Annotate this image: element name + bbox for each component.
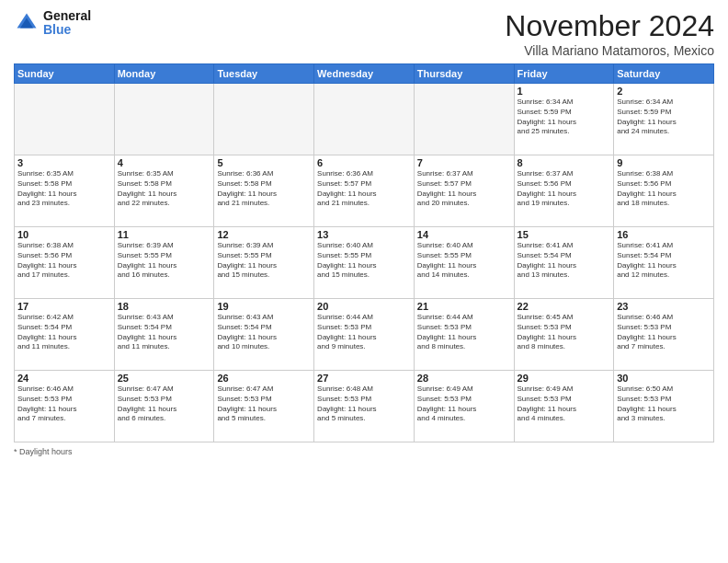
day-number: 25: [118, 373, 211, 384]
table-row: 7Sunrise: 6:37 AM Sunset: 5:57 PM Daylig…: [414, 155, 514, 227]
day-number: 6: [317, 157, 411, 168]
day-number: 4: [118, 157, 211, 168]
day-info: Sunrise: 6:49 AM Sunset: 5:53 PM Dayligh…: [518, 385, 611, 424]
day-info: Sunrise: 6:46 AM Sunset: 5:53 PM Dayligh…: [617, 313, 711, 352]
day-number: 9: [617, 157, 711, 168]
calendar-header-row: Sunday Monday Tuesday Wednesday Thursday…: [15, 64, 714, 84]
table-row: 1Sunrise: 6:34 AM Sunset: 5:59 PM Daylig…: [514, 84, 614, 155]
day-number: 21: [417, 301, 511, 312]
table-row: 11Sunrise: 6:39 AM Sunset: 5:55 PM Dayli…: [114, 227, 214, 299]
day-info: Sunrise: 6:43 AM Sunset: 5:54 PM Dayligh…: [118, 313, 211, 352]
day-number: 2: [617, 86, 711, 97]
calendar-row: 10Sunrise: 6:38 AM Sunset: 5:56 PM Dayli…: [15, 227, 714, 299]
day-info: Sunrise: 6:35 AM Sunset: 5:58 PM Dayligh…: [118, 169, 211, 209]
day-info: Sunrise: 6:35 AM Sunset: 5:58 PM Dayligh…: [17, 169, 111, 209]
day-info: Sunrise: 6:38 AM Sunset: 5:56 PM Dayligh…: [617, 169, 711, 209]
table-row: [314, 84, 415, 155]
day-info: Sunrise: 6:42 AM Sunset: 5:54 PM Dayligh…: [17, 313, 111, 352]
day-number: 11: [118, 229, 211, 240]
day-info: Sunrise: 6:38 AM Sunset: 5:56 PM Dayligh…: [17, 241, 111, 281]
day-number: 18: [118, 301, 211, 312]
day-number: 19: [217, 301, 311, 312]
title-block: November 2024 Villa Mariano Matamoros, M…: [505, 9, 714, 58]
day-info: Sunrise: 6:34 AM Sunset: 5:59 PM Dayligh…: [518, 98, 611, 137]
day-number: 28: [417, 373, 511, 384]
day-info: Sunrise: 6:48 AM Sunset: 5:53 PM Dayligh…: [317, 385, 411, 424]
page: General Blue November 2024 Villa Mariano…: [0, 0, 728, 563]
day-info: Sunrise: 6:39 AM Sunset: 5:55 PM Dayligh…: [217, 241, 311, 281]
logo: General Blue: [14, 9, 91, 38]
table-row: 8Sunrise: 6:37 AM Sunset: 5:56 PM Daylig…: [514, 155, 614, 227]
day-info: Sunrise: 6:40 AM Sunset: 5:55 PM Dayligh…: [417, 241, 511, 281]
table-row: 29Sunrise: 6:49 AM Sunset: 5:53 PM Dayli…: [514, 371, 614, 442]
day-number: 29: [518, 373, 611, 384]
day-info: Sunrise: 6:41 AM Sunset: 5:54 PM Dayligh…: [617, 241, 711, 281]
day-info: Sunrise: 6:45 AM Sunset: 5:53 PM Dayligh…: [518, 313, 611, 352]
day-number: 7: [417, 157, 511, 168]
col-monday: Monday: [114, 64, 214, 84]
table-row: 16Sunrise: 6:41 AM Sunset: 5:54 PM Dayli…: [614, 227, 714, 299]
day-number: 17: [17, 301, 111, 312]
table-row: 27Sunrise: 6:48 AM Sunset: 5:53 PM Dayli…: [314, 371, 415, 442]
col-thursday: Thursday: [414, 64, 514, 84]
table-row: [114, 84, 214, 155]
calendar-table: Sunday Monday Tuesday Wednesday Thursday…: [14, 63, 714, 442]
day-number: 10: [17, 229, 111, 240]
table-row: 19Sunrise: 6:43 AM Sunset: 5:54 PM Dayli…: [214, 299, 314, 371]
day-number: 27: [317, 373, 411, 384]
col-wednesday: Wednesday: [314, 64, 415, 84]
footer: * Daylight hours: [14, 447, 714, 456]
day-info: Sunrise: 6:43 AM Sunset: 5:54 PM Dayligh…: [217, 313, 311, 352]
day-number: 24: [17, 373, 111, 384]
col-sunday: Sunday: [15, 64, 115, 84]
table-row: [414, 84, 514, 155]
table-row: [15, 84, 115, 155]
day-info: Sunrise: 6:36 AM Sunset: 5:58 PM Dayligh…: [217, 169, 311, 209]
day-info: Sunrise: 6:47 AM Sunset: 5:53 PM Dayligh…: [217, 385, 311, 424]
day-number: 20: [317, 301, 411, 312]
day-info: Sunrise: 6:37 AM Sunset: 5:57 PM Dayligh…: [417, 169, 511, 209]
day-number: 14: [417, 229, 511, 240]
table-row: 4Sunrise: 6:35 AM Sunset: 5:58 PM Daylig…: [114, 155, 214, 227]
table-row: 15Sunrise: 6:41 AM Sunset: 5:54 PM Dayli…: [514, 227, 614, 299]
calendar-row: 17Sunrise: 6:42 AM Sunset: 5:54 PM Dayli…: [15, 299, 714, 371]
col-friday: Friday: [514, 64, 614, 84]
footer-label: Daylight hours: [19, 447, 73, 456]
month-title: November 2024: [505, 9, 714, 43]
day-number: 3: [17, 157, 111, 168]
table-row: 24Sunrise: 6:46 AM Sunset: 5:53 PM Dayli…: [15, 371, 115, 442]
table-row: 18Sunrise: 6:43 AM Sunset: 5:54 PM Dayli…: [114, 299, 214, 371]
day-number: 30: [617, 373, 711, 384]
table-row: 23Sunrise: 6:46 AM Sunset: 5:53 PM Dayli…: [614, 299, 714, 371]
table-row: 28Sunrise: 6:49 AM Sunset: 5:53 PM Dayli…: [414, 371, 514, 442]
table-row: 21Sunrise: 6:44 AM Sunset: 5:53 PM Dayli…: [414, 299, 514, 371]
day-info: Sunrise: 6:47 AM Sunset: 5:53 PM Dayligh…: [118, 385, 211, 424]
table-row: 25Sunrise: 6:47 AM Sunset: 5:53 PM Dayli…: [114, 371, 214, 442]
day-info: Sunrise: 6:49 AM Sunset: 5:53 PM Dayligh…: [417, 385, 511, 424]
table-row: 17Sunrise: 6:42 AM Sunset: 5:54 PM Dayli…: [15, 299, 115, 371]
day-info: Sunrise: 6:50 AM Sunset: 5:53 PM Dayligh…: [617, 385, 711, 424]
table-row: 6Sunrise: 6:36 AM Sunset: 5:57 PM Daylig…: [314, 155, 415, 227]
table-row: 13Sunrise: 6:40 AM Sunset: 5:55 PM Dayli…: [314, 227, 415, 299]
table-row: 22Sunrise: 6:45 AM Sunset: 5:53 PM Dayli…: [514, 299, 614, 371]
table-row: 30Sunrise: 6:50 AM Sunset: 5:53 PM Dayli…: [614, 371, 714, 442]
day-info: Sunrise: 6:46 AM Sunset: 5:53 PM Dayligh…: [17, 385, 111, 424]
table-row: 9Sunrise: 6:38 AM Sunset: 5:56 PM Daylig…: [614, 155, 714, 227]
day-number: 12: [217, 229, 311, 240]
day-number: 16: [617, 229, 711, 240]
table-row: 26Sunrise: 6:47 AM Sunset: 5:53 PM Dayli…: [214, 371, 314, 442]
day-info: Sunrise: 6:41 AM Sunset: 5:54 PM Dayligh…: [518, 241, 611, 281]
table-row: 20Sunrise: 6:44 AM Sunset: 5:53 PM Dayli…: [314, 299, 415, 371]
logo-text: General Blue: [43, 9, 91, 38]
table-row: 3Sunrise: 6:35 AM Sunset: 5:58 PM Daylig…: [15, 155, 115, 227]
table-row: 10Sunrise: 6:38 AM Sunset: 5:56 PM Dayli…: [15, 227, 115, 299]
calendar-row: 24Sunrise: 6:46 AM Sunset: 5:53 PM Dayli…: [15, 371, 714, 442]
day-number: 15: [518, 229, 611, 240]
table-row: [214, 84, 314, 155]
table-row: 12Sunrise: 6:39 AM Sunset: 5:55 PM Dayli…: [214, 227, 314, 299]
calendar-body: 1Sunrise: 6:34 AM Sunset: 5:59 PM Daylig…: [15, 84, 714, 442]
day-info: Sunrise: 6:39 AM Sunset: 5:55 PM Dayligh…: [118, 241, 211, 281]
col-tuesday: Tuesday: [214, 64, 314, 84]
day-number: 23: [617, 301, 711, 312]
calendar-row: 1Sunrise: 6:34 AM Sunset: 5:59 PM Daylig…: [15, 84, 714, 155]
